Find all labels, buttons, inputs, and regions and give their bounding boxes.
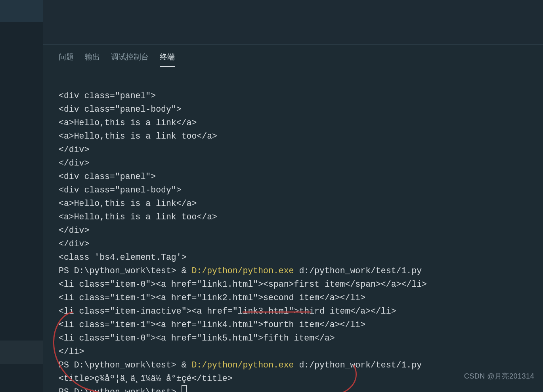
panel-tabs: 问题 输出 调试控制台 终端 xyxy=(43,45,543,67)
terminal-exe-path: D:/python/python.exe xyxy=(191,266,294,276)
terminal-line: </div> xyxy=(59,239,89,249)
terminal-prompt: PS D:\python_work\test> & xyxy=(59,360,191,370)
terminal-prompt: PS D:\python_work\test> & xyxy=(59,266,191,276)
terminal-output[interactable]: <div class="panel"> <div class="panel-bo… xyxy=(59,76,543,392)
tab-terminal[interactable]: 终端 xyxy=(160,52,175,67)
terminal-line: </div> xyxy=(59,145,89,154)
activity-bar-top-highlight xyxy=(0,0,43,22)
terminal-line: <a>Hello,this is a link too</a> xyxy=(59,212,217,222)
tab-problems[interactable]: 问题 xyxy=(59,52,74,67)
terminal-line: <li class="item-1"><a href="link2.html">… xyxy=(59,293,365,303)
terminal-line: <li class="item-inactive"><a href="link3… xyxy=(59,306,396,316)
terminal-line: </div> xyxy=(59,226,89,235)
terminal-exe-path: D:/python/python.exe xyxy=(191,360,294,370)
panel-area: 问题 输出 调试控制台 终端 <div class="panel"> <div … xyxy=(43,44,543,392)
terminal-line: <div class="panel-body"> xyxy=(59,185,182,195)
activity-bar-bottom-slot[interactable] xyxy=(0,341,43,364)
terminal-cursor xyxy=(182,385,187,392)
terminal-line: <a>Hello,this is a link too</a> xyxy=(59,131,217,141)
tab-output[interactable]: 输出 xyxy=(85,52,100,67)
terminal-prompt: PS D:\python_work\test> xyxy=(59,387,182,392)
watermark-text: CSDN @月亮201314 xyxy=(464,371,534,381)
terminal-line: <li class="item-0"><a href="link5.html">… xyxy=(59,333,335,343)
terminal-line: <a>Hello,this is a link</a> xyxy=(59,118,197,127)
terminal-line: <div class="panel"> xyxy=(59,172,156,181)
terminal-line: <div class="panel"> xyxy=(59,91,156,101)
editor-area xyxy=(43,0,543,44)
activity-bar xyxy=(0,0,43,392)
app-root: 问题 输出 调试控制台 终端 <div class="panel"> <div … xyxy=(0,0,543,392)
terminal-line: <li class="item-0"><a href="link1.html">… xyxy=(59,280,427,289)
terminal-line: <title>ç¾åº¦ä¸ä¸ï¼ä½ å°±çé</title> xyxy=(59,374,233,383)
tab-debug-console[interactable]: 调试控制台 xyxy=(111,52,149,67)
terminal-line: </li> xyxy=(59,347,84,356)
terminal-script-path: d:/python_work/test/1.py xyxy=(294,360,422,370)
terminal-script-path: d:/python_work/test/1.py xyxy=(294,266,422,276)
editor-scrollbar-region[interactable] xyxy=(508,0,543,44)
terminal-line: </div> xyxy=(59,158,89,168)
terminal-line: <li class="item-1"><a href="link4.html">… xyxy=(59,320,365,329)
terminal-line: <div class="panel-body"> xyxy=(59,105,182,114)
terminal-line: <a>Hello,this is a link</a> xyxy=(59,199,197,208)
terminal-line: <class 'bs4.element.Tag'> xyxy=(59,253,187,262)
